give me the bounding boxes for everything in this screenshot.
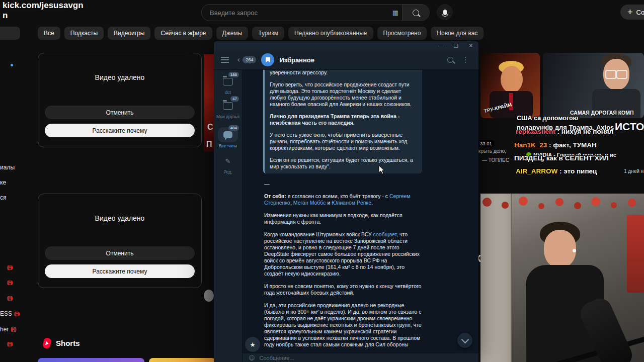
message-text: и: [326, 200, 332, 206]
edit-folders-button[interactable]: ✎ Ред.: [214, 153, 242, 175]
search-button[interactable]: [402, 5, 429, 21]
keyboard-icon[interactable]: ▦: [389, 9, 402, 17]
bookmark-icon: [266, 57, 270, 63]
message-link[interactable]: Юлианом Рёпке: [332, 200, 371, 206]
minimize-button[interactable]: —: [433, 41, 448, 50]
sidebar-item-fragment[interactable]: ке: [0, 179, 6, 186]
thumbnail-figure: [501, 66, 523, 93]
filter-chip[interactable]: Новое для вас: [431, 27, 484, 40]
scroll-to-bottom-button[interactable]: [457, 333, 472, 348]
sidebar-item-fragment[interactable]: иалы: [0, 164, 15, 171]
chat-text: факт, ТУМАН: [553, 141, 597, 149]
filter-chip[interactable]: Джемы: [216, 27, 249, 40]
maximize-button[interactable]: □: [448, 41, 463, 50]
sidebar-live-channel[interactable]: ((•)): [7, 341, 12, 346]
message-paragraph: От себя: я согласен со всеми, кто бьёт т…: [264, 193, 423, 206]
tell-us-why-button[interactable]: Расскажите почему: [45, 264, 195, 278]
close-button[interactable]: ×: [463, 41, 478, 50]
glasses-icon: [605, 70, 616, 79]
shorts-thumbnail-edge[interactable]: [38, 358, 144, 362]
message-paragraph: Глупо верить, что российское продвижение…: [270, 81, 417, 108]
folder-tab-all-chats[interactable]: 404 Все чаты: [214, 127, 242, 153]
plus-icon: +: [627, 8, 633, 17]
message-text: Когда командование Штурмовых войск ВСУ: [264, 231, 373, 237]
message-paragraph: уверенности агрессору.: [270, 70, 417, 76]
chat-message-area[interactable]: уверенности агрессору. Глупо верить, что…: [243, 70, 478, 362]
chat-text: нихуя не понял: [561, 128, 614, 135]
filter-chip[interactable]: Недавно опубликованные: [288, 27, 373, 40]
back-icon[interactable]: ‹: [237, 56, 240, 64]
deleted-video-card: Видео удалено Отменить Расскажите почему: [38, 53, 202, 147]
folder-label: Все чаты: [214, 143, 242, 148]
filter-chip[interactable]: Все: [38, 27, 60, 40]
folder-icon: [223, 78, 233, 85]
message-paragraph: Лично для президента Трампа теперь эта в…: [270, 113, 417, 126]
sidebar-live-channel[interactable]: ((•)): [7, 265, 12, 270]
message-text: я согласен со всеми, кто бьёт тревогу - …: [286, 193, 389, 199]
thumbnail-text-fragment: С: [207, 123, 213, 132]
search-icon[interactable]: [447, 57, 453, 63]
screen: ▦ + Создать kick.com/jesusavgn n Все Под…: [0, 0, 644, 362]
search-bar: ▦: [201, 4, 430, 21]
channel-name[interactable]: — ТОПЛЕС: [482, 157, 509, 163]
hamburger-menu-icon[interactable]: [221, 57, 229, 63]
undo-button[interactable]: Отменить: [45, 246, 195, 260]
chat-nickname: Han1K_23: [514, 141, 547, 149]
video-meta: 1 дней на: [624, 168, 644, 174]
video-thumbnail[interactable]: САМАЯ ДОРОГАЯ КОМП: [543, 53, 644, 118]
folder-icon: [223, 102, 233, 110]
kebab-menu-icon[interactable]: ⋮: [462, 55, 469, 64]
video-thumbnail[interactable]: ТРУ-КРАЙМ: [480, 53, 540, 118]
covered-thumbnail[interactable]: [204, 54, 214, 152]
folder-unread-badge: 186: [228, 72, 239, 77]
composer-placeholder[interactable]: Сообщение...: [260, 355, 294, 361]
channel-avatar-partial[interactable]: [204, 290, 214, 302]
kick-url-overlay: kick.com/jesusavgn n: [3, 1, 84, 21]
window-titlebar[interactable]: — □ ×: [214, 41, 478, 50]
streamer-figure: [544, 230, 576, 268]
create-button[interactable]: + Создать: [620, 5, 644, 20]
undo-button[interactable]: Отменить: [45, 106, 195, 119]
filter-chip[interactable]: Просмотрено: [377, 27, 427, 40]
voice-search-button[interactable]: [437, 4, 453, 20]
shorts-label: Shorts: [56, 339, 80, 347]
filter-chip[interactable]: Туризм: [252, 27, 284, 40]
saved-messages-avatar[interactable]: [261, 53, 274, 66]
folder-unread-badge: 47: [230, 96, 239, 102]
folder-tab[interactable]: 47 Мои друзья: [214, 98, 242, 127]
video-title[interactable]: США са допомогою: [517, 115, 578, 122]
chat-header: ‹ 264 Избранное ⋮: [214, 50, 478, 70]
chip-partial[interactable]: [0, 27, 20, 40]
filter-chip[interactable]: Видеоигры: [108, 27, 150, 40]
live-icon: ((•)): [11, 327, 16, 332]
message-paragraph: —: [264, 180, 423, 187]
earbud-icon: [573, 249, 576, 252]
live-icon: ((•)): [7, 296, 12, 301]
thumbnail-text-fragment: П: [206, 140, 212, 149]
chat-nickname: AIR_ARROW: [516, 167, 557, 175]
filter-chip[interactable]: Подкасты: [64, 27, 104, 40]
chat-separator: :: [547, 141, 553, 149]
shorts-thumbnail-edge[interactable]: [149, 358, 216, 362]
folder-tab[interactable]: 186 dct: [214, 74, 242, 98]
christmas-garland: [482, 198, 492, 207]
message-text: .: [371, 200, 373, 206]
message-link[interactable]: сообщает,: [373, 231, 398, 237]
sidebar-item-fragment[interactable]: ся: [0, 194, 7, 201]
emoji-icon[interactable]: ☺: [249, 355, 255, 361]
message-composer[interactable]: ☺ Сообщение...: [243, 353, 478, 362]
sidebar-live-channel[interactable]: ((•)): [7, 280, 12, 285]
shorts-section-header[interactable]: Shorts: [43, 338, 80, 348]
tell-us-why-button[interactable]: Расскажите почему: [45, 124, 195, 137]
deleted-video-title: Видео удалено: [38, 214, 201, 222]
sidebar-live-channel[interactable]: ESS ((•)): [0, 310, 19, 317]
sender-avatar[interactable]: ★: [245, 337, 260, 352]
sidebar-live-channel[interactable]: her ((•)): [0, 326, 16, 333]
search-input[interactable]: [202, 9, 389, 17]
filter-chip[interactable]: Сейчас в эфире: [154, 27, 212, 40]
chat-title: Избранное: [279, 56, 314, 64]
stream-chat-message: AIR_ARROW : это пипец: [516, 167, 597, 175]
sidebar-live-channel[interactable]: ((•)): [7, 296, 12, 301]
message-link[interactable]: Меган Моббс: [293, 200, 326, 206]
live-icon: ((•)): [14, 311, 19, 316]
